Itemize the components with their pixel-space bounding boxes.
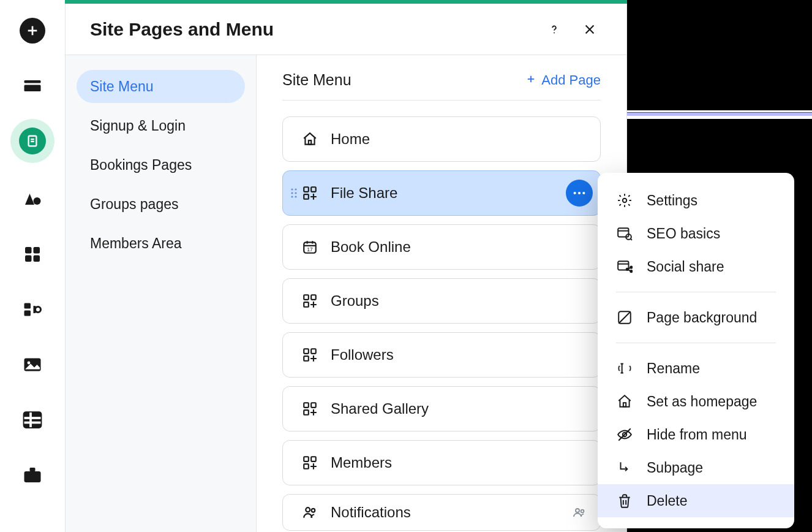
svg-point-39 bbox=[578, 192, 581, 194]
add-page-label: Add Page bbox=[541, 72, 601, 88]
svg-rect-51 bbox=[304, 356, 309, 361]
svg-rect-17 bbox=[24, 412, 41, 427]
toolbar-sections[interactable] bbox=[0, 61, 65, 110]
page-label: Book Online bbox=[331, 238, 582, 256]
add-page-button[interactable]: Add Page bbox=[525, 72, 601, 88]
sidenav-label: Signup & Login bbox=[90, 118, 186, 134]
apps-icon bbox=[20, 242, 45, 267]
toolbar-addons[interactable] bbox=[0, 282, 65, 337]
sidenav: Site Menu Signup & Login Bookings Pages … bbox=[66, 55, 257, 532]
context-label: Subpage bbox=[647, 460, 703, 476]
context-item-subpage[interactable]: Subpage bbox=[598, 451, 794, 484]
svg-rect-11 bbox=[24, 303, 31, 309]
context-item-rename[interactable]: Rename bbox=[598, 352, 794, 385]
svg-rect-48 bbox=[304, 302, 309, 307]
svg-line-75 bbox=[618, 311, 631, 324]
svg-point-23 bbox=[554, 32, 555, 33]
svg-rect-49 bbox=[304, 349, 309, 354]
svg-rect-35 bbox=[304, 187, 309, 192]
svg-rect-50 bbox=[311, 349, 316, 354]
svg-rect-22 bbox=[30, 468, 36, 471]
sidenav-item-members-area[interactable]: Members Area bbox=[77, 227, 245, 260]
media-icon bbox=[20, 352, 45, 377]
members-icon bbox=[572, 505, 587, 520]
svg-rect-9 bbox=[25, 256, 32, 262]
svg-point-34 bbox=[295, 196, 296, 197]
svg-point-30 bbox=[295, 188, 296, 190]
page-label: Home bbox=[331, 131, 582, 148]
calendar-icon: 17 bbox=[301, 238, 318, 256]
panel-title: Site Pages and Menu bbox=[90, 19, 542, 40]
svg-point-59 bbox=[312, 509, 315, 512]
sidenav-label: Site Menu bbox=[90, 78, 154, 95]
sidenav-item-signup-login[interactable]: Signup & Login bbox=[77, 109, 245, 142]
svg-rect-3 bbox=[24, 85, 41, 92]
toolbar-add[interactable] bbox=[0, 0, 65, 61]
toolbar-pages[interactable] bbox=[0, 110, 65, 172]
page-item-book-online[interactable]: 17 Book Online bbox=[282, 224, 601, 270]
pages-icon bbox=[19, 127, 46, 154]
sidenav-item-groups-pages[interactable]: Groups pages bbox=[77, 188, 245, 221]
context-item-set-homepage[interactable]: Set as homepage bbox=[598, 385, 794, 418]
page-item-shared-gallery[interactable]: Shared Gallery bbox=[282, 386, 601, 431]
context-item-settings[interactable]: Settings bbox=[598, 184, 794, 217]
svg-rect-37 bbox=[304, 194, 309, 199]
context-label: Page background bbox=[647, 310, 757, 326]
sidenav-item-bookings-pages[interactable]: Bookings Pages bbox=[77, 148, 245, 181]
hide-icon bbox=[616, 426, 633, 443]
subpage-icon bbox=[616, 459, 633, 476]
svg-point-16 bbox=[28, 362, 31, 365]
app-icon bbox=[301, 292, 318, 310]
svg-point-62 bbox=[623, 199, 627, 203]
context-item-hide-from-menu[interactable]: Hide from menu bbox=[598, 418, 794, 451]
svg-point-31 bbox=[291, 192, 293, 194]
page-item-notifications[interactable]: Notifications bbox=[282, 494, 601, 531]
context-item-seo-basics[interactable]: SEO basics bbox=[598, 217, 794, 250]
main-content: Site Menu Add Page Home bbox=[257, 55, 626, 532]
toolbar-theme[interactable] bbox=[0, 172, 65, 227]
context-label: SEO basics bbox=[647, 226, 720, 242]
panel-header: Site Pages and Menu bbox=[66, 4, 626, 55]
page-context-menu: Settings SEO basics Social share Page ba… bbox=[598, 173, 794, 528]
app-icon bbox=[301, 454, 318, 471]
context-item-page-background[interactable]: Page background bbox=[598, 301, 794, 334]
context-separator bbox=[616, 292, 776, 292]
app-icon bbox=[301, 400, 318, 417]
svg-point-58 bbox=[306, 507, 310, 512]
svg-point-60 bbox=[576, 509, 579, 512]
seo-icon bbox=[616, 225, 633, 242]
page-label: Members bbox=[331, 454, 582, 471]
context-item-delete[interactable]: Delete bbox=[598, 484, 794, 517]
page-actions-button[interactable] bbox=[566, 180, 593, 207]
toolbar-table[interactable] bbox=[0, 392, 65, 447]
help-button[interactable] bbox=[542, 17, 566, 42]
context-label: Settings bbox=[647, 192, 697, 209]
svg-rect-46 bbox=[304, 295, 309, 300]
context-item-social-share[interactable]: Social share bbox=[598, 250, 794, 283]
context-label: Rename bbox=[647, 360, 700, 377]
theme-icon bbox=[20, 187, 45, 211]
context-separator bbox=[616, 343, 776, 343]
svg-line-66 bbox=[631, 239, 632, 240]
toolbar-business[interactable] bbox=[0, 447, 65, 503]
page-item-followers[interactable]: Followers bbox=[282, 332, 601, 378]
drag-handle-icon[interactable] bbox=[290, 187, 299, 199]
page-item-home[interactable]: Home bbox=[282, 116, 601, 162]
close-button[interactable] bbox=[577, 17, 602, 42]
home-icon bbox=[301, 131, 318, 148]
page-item-file-share[interactable]: File Share bbox=[282, 170, 601, 216]
toolbar-apps[interactable] bbox=[0, 227, 65, 282]
canvas-selection-line bbox=[627, 112, 812, 116]
svg-point-32 bbox=[295, 192, 296, 194]
page-item-members[interactable]: Members bbox=[282, 440, 601, 485]
toolbar-media[interactable] bbox=[0, 337, 65, 392]
svg-point-29 bbox=[291, 188, 293, 190]
svg-rect-47 bbox=[311, 295, 316, 300]
sidenav-item-site-menu[interactable]: Site Menu bbox=[77, 70, 245, 103]
pages-list: Home File Share 17 Book Online bbox=[282, 116, 601, 531]
gear-icon bbox=[616, 192, 633, 209]
svg-rect-57 bbox=[304, 464, 309, 469]
page-item-groups[interactable]: Groups bbox=[282, 278, 601, 324]
page-label: Groups bbox=[331, 292, 582, 310]
pages-panel: Site Pages and Menu Site Menu Signup & L… bbox=[65, 4, 627, 532]
